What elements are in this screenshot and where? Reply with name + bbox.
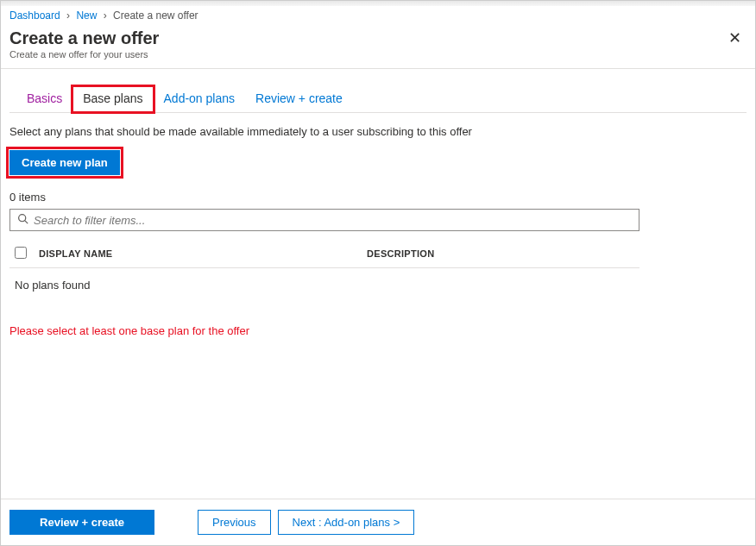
breadcrumb-link-dashboard[interactable]: Dashboard: [9, 9, 60, 22]
create-new-plan-button[interactable]: Create new plan: [9, 150, 120, 175]
filter-search-input[interactable]: [34, 214, 632, 227]
review-create-button[interactable]: Review + create: [9, 510, 154, 535]
items-count: 0 items: [9, 191, 747, 204]
page-title: Create a new offer: [9, 28, 159, 48]
tab-review-create[interactable]: Review + create: [245, 86, 353, 112]
search-icon: [17, 213, 28, 227]
page-subtitle: Create a new offer for your users: [9, 49, 159, 60]
breadcrumb-link-new[interactable]: New: [76, 9, 97, 22]
validation-error: Please select at least one base plan for…: [9, 324, 747, 337]
tab-basics[interactable]: Basics: [16, 86, 72, 112]
empty-state-text: No plans found: [9, 268, 639, 302]
table-header: DISPLAY NAME DESCRIPTION: [9, 240, 639, 268]
chevron-right-icon: ›: [104, 9, 107, 22]
previous-button[interactable]: Previous: [198, 510, 271, 535]
next-button[interactable]: Next : Add-on plans >: [278, 510, 415, 535]
tab-addon-plans[interactable]: Add-on plans: [154, 86, 246, 112]
tab-base-plans[interactable]: Base plans: [72, 86, 153, 112]
select-all-checkbox[interactable]: [15, 247, 27, 259]
tab-description: Select any plans that should be made ava…: [9, 113, 747, 150]
filter-search-box[interactable]: [9, 209, 639, 231]
breadcrumb: Dashboard › New › Create a new offer: [1, 6, 755, 23]
svg-line-1: [25, 221, 28, 223]
column-header-description[interactable]: DESCRIPTION: [367, 248, 634, 259]
content-area: Basics Base plans Add-on plans Review + …: [1, 69, 755, 499]
breadcrumb-current: Create a new offer: [113, 9, 198, 22]
close-icon[interactable]: ✕: [725, 28, 745, 47]
svg-point-0: [19, 215, 26, 222]
tab-bar: Basics Base plans Add-on plans Review + …: [9, 69, 747, 113]
page-header: Create a new offer Create a new offer fo…: [1, 23, 755, 69]
footer-bar: Review + create Previous Next : Add-on p…: [1, 499, 755, 545]
plans-table: DISPLAY NAME DESCRIPTION No plans found: [9, 240, 639, 302]
chevron-right-icon: ›: [66, 9, 70, 22]
column-header-display-name[interactable]: DISPLAY NAME: [39, 248, 367, 259]
